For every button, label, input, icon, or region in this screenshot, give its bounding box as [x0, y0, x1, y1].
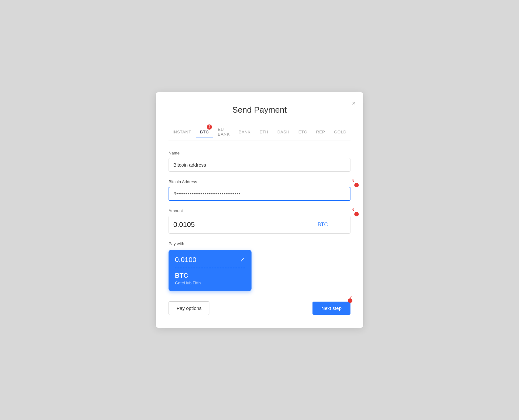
detection-dot-7 [348, 298, 352, 303]
tab-instant[interactable]: INSTANT [168, 126, 196, 138]
tabs-container: INSTANT BTC 4 EU BANK BANK ETH DASH ETC … [169, 124, 350, 140]
payment-card[interactable]: 0.0100 ✓ BTC GateHub Fifth [169, 250, 252, 291]
footer-actions: Pay options 7 Next step [169, 301, 350, 315]
name-field-group: Name [169, 151, 350, 172]
tab-eth[interactable]: ETH [255, 126, 273, 138]
amount-field-group: Amount 0.0105 BTC 6 [169, 208, 350, 234]
payment-card-checkmark: ✓ [240, 256, 245, 264]
amount-value: 0.0105 [173, 221, 195, 229]
payment-card-currency: BTC [175, 272, 245, 279]
send-payment-modal: × Send Payment INSTANT BTC 4 EU BANK BAN… [156, 92, 363, 328]
close-button[interactable]: × [350, 99, 357, 108]
btc-tab-badge: 4 [207, 124, 212, 130]
tab-gold[interactable]: GOLD [330, 126, 351, 138]
pay-with-label: Pay with [169, 241, 350, 246]
tab-etc[interactable]: ETC [294, 126, 312, 138]
amount-label: Amount [169, 208, 350, 213]
payment-card-amount: 0.0100 [175, 256, 196, 264]
pay-options-button[interactable]: Pay options [169, 301, 209, 315]
payment-card-top: 0.0100 ✓ [175, 256, 245, 268]
payment-card-bank: GateHub Fifth [175, 281, 245, 285]
tab-dash[interactable]: DASH [273, 126, 294, 138]
pay-with-group: Pay with 0.0100 ✓ BTC GateHub Fifth [169, 241, 350, 291]
next-step-button[interactable]: Next step [312, 302, 350, 315]
bitcoin-address-field-group: Bitcoin Address 5 [169, 179, 350, 201]
modal-overlay: × Send Payment INSTANT BTC 4 EU BANK BAN… [0, 0, 519, 420]
tab-eu-bank[interactable]: EU BANK [213, 124, 234, 140]
tab-bank[interactable]: BANK [234, 126, 255, 138]
modal-title: Send Payment [169, 105, 350, 115]
amount-currency: BTC [318, 222, 328, 228]
name-input[interactable] [169, 158, 350, 172]
amount-input-container: 0.0105 BTC [169, 216, 350, 234]
tab-rep[interactable]: REP [312, 126, 329, 138]
bitcoin-address-input[interactable] [169, 187, 350, 201]
name-label: Name [169, 151, 350, 155]
tab-btc[interactable]: BTC 4 [196, 126, 214, 138]
next-step-wrapper: 7 Next step [312, 302, 350, 315]
bitcoin-address-label: Bitcoin Address [169, 179, 350, 184]
